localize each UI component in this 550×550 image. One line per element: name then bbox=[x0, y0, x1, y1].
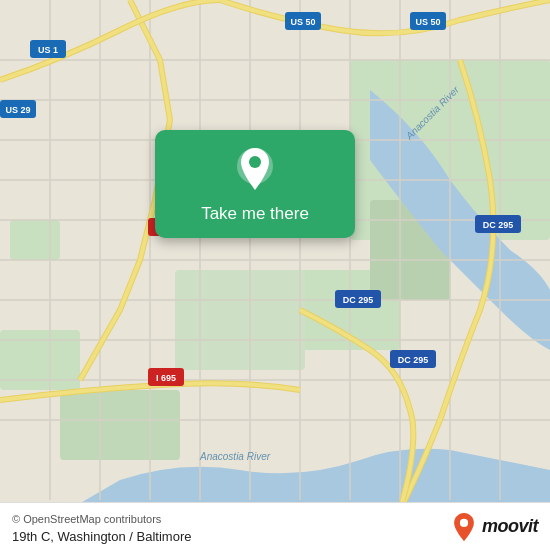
svg-text:US 50: US 50 bbox=[290, 17, 315, 27]
svg-text:US 50: US 50 bbox=[415, 17, 440, 27]
location-info: © OpenStreetMap contributors 19th C, Was… bbox=[12, 509, 191, 545]
svg-text:DC 295: DC 295 bbox=[398, 355, 429, 365]
location-name: 19th C, Washington / Baltimore bbox=[12, 529, 191, 544]
svg-text:DC 295: DC 295 bbox=[483, 220, 514, 230]
svg-point-49 bbox=[249, 156, 261, 168]
moovit-text: moovit bbox=[482, 516, 538, 537]
svg-text:US 29: US 29 bbox=[5, 105, 30, 115]
map-container: US 1 US 29 US 50 US 50 I 395 DC 295 DC 2… bbox=[0, 0, 550, 550]
svg-rect-2 bbox=[0, 330, 80, 390]
osm-attribution: © OpenStreetMap contributors bbox=[12, 513, 161, 525]
svg-point-50 bbox=[460, 518, 468, 526]
svg-text:Anacostia River: Anacostia River bbox=[199, 451, 271, 462]
take-me-there-card[interactable]: Take me there bbox=[155, 130, 355, 238]
moovit-logo: moovit bbox=[450, 513, 538, 541]
moovit-icon bbox=[450, 513, 478, 541]
map-background: US 1 US 29 US 50 US 50 I 395 DC 295 DC 2… bbox=[0, 0, 550, 550]
take-me-there-button[interactable]: Take me there bbox=[201, 204, 309, 224]
svg-rect-6 bbox=[175, 270, 305, 370]
svg-text:US 1: US 1 bbox=[38, 45, 58, 55]
bottom-bar: © OpenStreetMap contributors 19th C, Was… bbox=[0, 502, 550, 550]
location-pin-icon bbox=[237, 148, 273, 196]
svg-text:DC 295: DC 295 bbox=[343, 295, 374, 305]
svg-rect-3 bbox=[60, 390, 180, 460]
svg-rect-7 bbox=[10, 220, 60, 260]
svg-text:I 695: I 695 bbox=[156, 373, 176, 383]
